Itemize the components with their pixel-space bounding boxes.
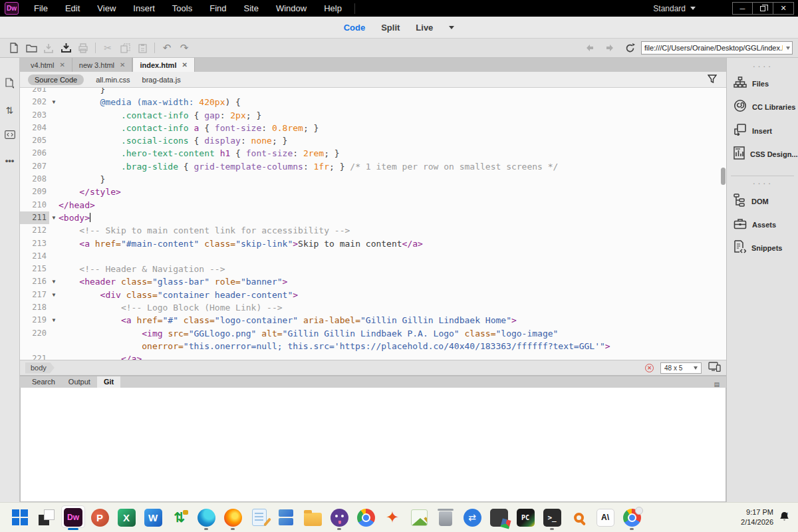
undo-button[interactable]: ↶	[158, 41, 176, 55]
tab-close-icon[interactable]: ✕	[182, 61, 187, 68]
related-file-source-code[interactable]: Source Code	[28, 74, 84, 85]
code-line[interactable]: 203 .contact-info { gap: 2px; }	[20, 109, 726, 122]
refresh-button[interactable]	[621, 41, 638, 55]
code-line[interactable]: 218 <!-- Logo Block (Home Link) -->	[20, 301, 726, 314]
view-mode-code[interactable]: Code	[344, 23, 366, 33]
minimize-button[interactable]: ─	[732, 2, 753, 15]
related-file-brag-data.js[interactable]: brag-data.js	[142, 76, 181, 84]
taskbar-search-tool-icon[interactable]	[565, 503, 592, 531]
panel-tab-git[interactable]: Git	[97, 376, 120, 388]
redo-button[interactable]: ↷	[176, 41, 193, 55]
panel-grip-icon[interactable]: ▤	[714, 381, 720, 388]
taskbar-word-icon[interactable]: W	[140, 503, 166, 531]
taskbar-excel-icon[interactable]: X	[113, 503, 140, 531]
taskbar-edge-icon[interactable]	[193, 503, 219, 531]
panel-button-cc-libraries[interactable]: CC Libraries	[727, 95, 798, 119]
code-line[interactable]: 217▼ <div class="container header-conten…	[20, 289, 726, 301]
tag-selector-body[interactable]: body	[25, 362, 55, 374]
paste-button[interactable]	[134, 41, 151, 55]
menu-edit[interactable]: Edit	[57, 0, 88, 17]
taskbar-start-icon[interactable]	[7, 503, 33, 531]
code-line[interactable]: 219▼ <a href="#" class="logo-container" …	[20, 314, 726, 327]
panel-button-insert[interactable]: Insert	[727, 119, 798, 142]
code-line[interactable]: onerror="this.onerror=null; this.src='ht…	[20, 340, 726, 352]
panel-group-handle[interactable]: • • • •	[727, 182, 798, 187]
panel-button-snippets[interactable]: Snippets	[727, 236, 798, 260]
save-all-button[interactable]	[57, 41, 74, 55]
code-line[interactable]: 216▼ <header class="glass-bar" role="ban…	[20, 275, 726, 288]
fold-arrow-icon[interactable]: ▼	[49, 275, 59, 288]
file-management-icon[interactable]	[5, 78, 15, 90]
taskbar-star-app-icon[interactable]: ✦	[379, 503, 406, 531]
taskbar-chrome-profile-icon[interactable]	[618, 503, 645, 531]
panel-tab-output[interactable]: Output	[62, 376, 97, 388]
taskbar-anthropic-icon[interactable]: A\	[592, 503, 618, 531]
panel-button-files[interactable]: Files	[727, 72, 798, 95]
url-dropdown-chevron-icon[interactable]	[786, 47, 790, 50]
code-editor[interactable]: 201 }202▼ @media (max-width: 420px) {203…	[20, 88, 726, 360]
code-line[interactable]: 205 .social-icons { display: none; }	[20, 134, 726, 147]
code-line[interactable]: 211▼<body>	[20, 211, 726, 224]
panel-button-dom[interactable]: DOM	[727, 190, 798, 213]
code-line[interactable]: 204 .contact-info a { font-size: 0.8rem;…	[20, 122, 726, 134]
taskbar-dreamweaver-icon[interactable]: Dw	[60, 503, 86, 531]
menu-tools[interactable]: Tools	[164, 0, 201, 17]
cut-button[interactable]: ✂	[99, 41, 116, 55]
doc-tab-v4.html[interactable]: v4.html✕	[24, 58, 72, 72]
code-line[interactable]: 221 </a>	[20, 352, 726, 360]
more-options-icon[interactable]: •••	[5, 156, 15, 166]
fold-arrow-icon[interactable]: ▼	[49, 96, 59, 108]
taskbar-folder-icon[interactable]	[299, 503, 326, 531]
related-file-all.min.css[interactable]: all.min.css	[96, 76, 130, 84]
open-folder-button[interactable]	[23, 41, 40, 55]
view-mode-chevron-icon[interactable]	[449, 26, 454, 29]
sync-transfer-icon[interactable]: ⇅	[6, 105, 14, 116]
code-line[interactable]: 212 <!-- Skip to main content link for a…	[20, 224, 726, 237]
editor-scrollbar-thumb[interactable]	[721, 168, 726, 185]
address-bar-input[interactable]	[641, 41, 793, 55]
panel-button-assets[interactable]: Assets	[727, 213, 798, 236]
doc-tab-index.html[interactable]: index.html✕	[132, 58, 194, 72]
window-size-dropdown[interactable]: 48 x 5	[660, 362, 702, 374]
code-line[interactable]: 208 }	[20, 173, 726, 186]
code-line[interactable]: 207 .brag-slide { grid-template-columns:…	[20, 160, 726, 173]
fold-arrow-icon[interactable]: ▼	[49, 314, 59, 327]
menu-file[interactable]: File	[25, 0, 57, 17]
view-mode-split[interactable]: Split	[381, 23, 400, 33]
close-button[interactable]: ✕	[773, 2, 794, 15]
taskbar-gitkraken-icon[interactable]	[326, 503, 352, 531]
copy-button[interactable]	[116, 41, 134, 55]
taskbar-photos-icon[interactable]	[406, 503, 432, 531]
workspace-switcher[interactable]: Standard	[653, 4, 696, 13]
fold-arrow-icon[interactable]: ▼	[49, 289, 59, 301]
code-line[interactable]: 215 <!-- Header & Navigation -->	[20, 263, 726, 275]
fold-arrow-icon[interactable]: ▼	[49, 211, 59, 224]
taskbar-sync-icon[interactable]: ⇄	[459, 503, 485, 531]
taskbar-dev-tool-icon[interactable]	[485, 503, 512, 531]
restore-button[interactable]	[753, 2, 773, 15]
code-line[interactable]: 206 .hero-text-content h1 { font-size: 2…	[20, 147, 726, 160]
filter-icon[interactable]	[708, 74, 717, 84]
taskbar-database-icon[interactable]	[273, 503, 299, 531]
print-button[interactable]	[74, 41, 92, 55]
code-line[interactable]: 214	[20, 250, 726, 263]
code-line[interactable]: 209 </style>	[20, 186, 726, 198]
menu-site[interactable]: Site	[235, 0, 267, 17]
new-file-button[interactable]	[5, 41, 23, 55]
preview-devices-icon[interactable]	[708, 362, 721, 374]
view-mode-live[interactable]: Live	[416, 23, 433, 33]
git-panel-content[interactable]	[20, 388, 726, 502]
notification-bell-icon[interactable]: z	[779, 511, 790, 525]
code-line[interactable]: 210</head>	[20, 199, 726, 211]
taskbar-firefox-icon[interactable]	[219, 503, 246, 531]
panel-tab-search[interactable]: Search	[25, 376, 62, 388]
doc-tab-new-3.html[interactable]: new 3.html✕	[72, 58, 133, 72]
lint-error-icon[interactable]: ✕	[645, 364, 654, 372]
taskbar-winscp-icon[interactable]: ⇅	[166, 503, 193, 531]
tab-close-icon[interactable]: ✕	[59, 61, 65, 68]
nav-back-button[interactable]	[581, 41, 598, 55]
taskbar-chrome-icon[interactable]	[352, 503, 379, 531]
panel-button-css-design-[interactable]: CSS Design...	[727, 142, 798, 166]
code-view-icon[interactable]	[5, 130, 15, 141]
taskbar-recycle-bin-icon[interactable]	[432, 503, 459, 531]
